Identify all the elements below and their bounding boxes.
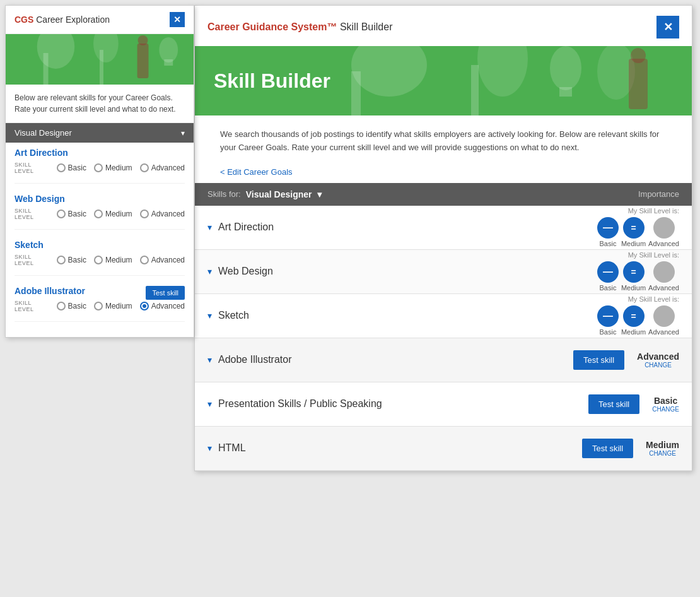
radio-circle-medium-web[interactable] [94,210,103,218]
radio-basic-adobe[interactable]: Basic [57,302,86,310]
left-skills-list: Art Direction SKILL LEVEL Basic Medium A… [6,143,194,337]
chevron-html-icon[interactable]: ▾ [207,443,212,453]
basic-circle-1[interactable]: — [597,217,619,239]
minus-icon-3: — [603,311,613,321]
radio-medium-adobe[interactable]: Medium [94,302,132,310]
level-btn-basic-3[interactable]: — Basic [597,305,619,336]
html-change-link[interactable]: CHANGE [649,450,676,457]
radio-advanced-art[interactable]: Advanced [140,163,185,172]
radio-basic-sketch[interactable]: Basic [57,256,86,264]
skills-for-select[interactable]: Visual Designer ▾ [246,189,322,199]
left-skill-name-sketch: Sketch [15,240,185,250]
radio-advanced-adobe[interactable]: Advanced [140,302,185,310]
svg-point-15 [138,35,148,45]
advanced-circle-2[interactable] [653,261,675,283]
radio-basic-label-art: Basic [68,163,86,172]
svg-rect-5 [629,59,648,109]
skill-level-label-sketch: SKILL LEVEL [15,254,50,266]
test-skill-adobe-button[interactable]: Test skill [573,350,624,370]
radio-basic-web[interactable]: Basic [57,210,86,218]
radio-advanced-sketch[interactable]: Advanced [140,256,185,264]
test-skill-html-button[interactable]: Test skill [582,439,633,458]
level-btn-advanced-3[interactable]: Advanced [648,305,679,336]
adobe-change-link[interactable]: CHANGE [645,362,672,369]
test-skill-presentation-button[interactable]: Test skill [588,394,639,414]
left-skill-level-row-sketch: SKILL LEVEL Basic Medium Advanced [15,254,185,266]
skill-row-sketch: ▾ Sketch My Skill Level is: — Basic = Me… [195,294,692,338]
close-left-button[interactable]: ✕ [170,12,185,27]
radio-basic-label-sketch: Basic [68,256,86,264]
basic-circle-2[interactable]: — [597,261,619,283]
radio-circle-advanced-web[interactable] [140,210,149,218]
skills-for-value: Visual Designer [246,189,312,199]
left-skill-adobe: Adobe Illustrator Test skill SKILL LEVEL… [15,286,185,322]
chevron-web-design-icon[interactable]: ▾ [207,266,212,276]
level-btn-medium-2[interactable]: = Medium [621,261,646,292]
chevron-sketch-icon[interactable]: ▾ [207,310,212,321]
svg-point-16 [159,37,178,62]
skill-builder-label: Skill Builder [340,21,393,32]
radio-medium-label-art: Medium [105,163,132,172]
radio-medium-sketch[interactable]: Medium [94,256,132,264]
main-header: Career Guidance System™ Skill Builder ✕ [195,6,692,46]
radio-advanced-web[interactable]: Advanced [140,210,185,218]
radio-circle-basic-web[interactable] [57,210,66,218]
radio-circle-advanced-adobe[interactable] [140,302,149,310]
radio-medium-web[interactable]: Medium [94,210,132,218]
html-level-value: Medium [646,440,679,450]
visual-designer-bar[interactable]: Visual Designer ▾ [6,123,194,143]
left-skill-level-row-adobe: SKILL LEVEL Basic Medium Advanced [15,300,185,312]
skill-level-presentation-display: Basic CHANGE [652,396,679,413]
radio-circle-medium-art[interactable] [94,163,103,172]
radio-basic-art[interactable]: Basic [57,163,86,172]
left-panel: CGS Career Exploration ✕ Below are relev… [5,5,194,338]
advanced-circle-3[interactable] [653,305,675,327]
medium-circle-3[interactable]: = [623,305,645,327]
skill-row-adobe-illustrator: ▾ Adobe Illustrator Test skill Advanced … [195,338,692,382]
svg-point-7 [550,46,581,90]
basic-circle-3[interactable]: — [597,305,619,327]
radio-medium-art[interactable]: Medium [94,163,132,172]
skill-name-sketch: Sketch [218,310,597,321]
edit-career-link[interactable]: < Edit Career Goals [195,167,692,183]
skill-name-presentation: Presentation Skills / Public Speaking [218,398,588,410]
level-buttons-sketch: — Basic = Medium Advanced [597,305,679,336]
chevron-adobe-icon[interactable]: ▾ [207,355,212,365]
level-buttons-art-direction: — Basic = Medium Advanced [597,217,679,247]
level-btn-basic-1[interactable]: — Basic [597,217,619,247]
level-btn-medium-1[interactable]: = Medium [621,217,646,247]
skill-level-label-adobe: SKILL LEVEL [15,300,50,312]
edit-career-anchor[interactable]: < Edit Career Goals [220,167,293,177]
radio-group-web: Basic Medium Advanced [57,210,185,218]
radio-circle-medium-adobe[interactable] [94,302,103,310]
radio-circle-advanced-sketch[interactable] [140,256,149,264]
level-btn-advanced-2[interactable]: Advanced [648,261,679,292]
presentation-change-link[interactable]: CHANGE [652,406,679,413]
radio-circle-basic-art[interactable] [57,163,66,172]
level-btn-medium-3[interactable]: = Medium [621,305,646,336]
left-cgs-label: CGS [15,15,33,25]
left-skill-name-web-design: Web Design [15,194,185,204]
basic-label-2: Basic [599,284,616,292]
close-main-button[interactable]: ✕ [656,16,679,38]
medium-circle-1[interactable]: = [623,217,645,239]
skill-name-art-direction: Art Direction [218,222,597,233]
skill-row-presentation: ▾ Presentation Skills / Public Speaking … [195,382,692,427]
radio-circle-medium-sketch[interactable] [94,256,103,264]
medium-label-1: Medium [621,240,646,247]
advanced-circle-1[interactable] [653,217,675,239]
banner-title: Skill Builder [214,69,330,93]
left-panel-title: CGS Career Exploration [15,15,110,25]
radio-circle-basic-adobe[interactable] [57,302,66,310]
radio-circle-advanced-art[interactable] [140,163,149,172]
svg-point-0 [351,46,427,97]
level-btn-advanced-1[interactable]: Advanced [648,217,679,247]
chevron-presentation-icon[interactable]: ▾ [207,399,212,409]
chevron-art-direction-icon[interactable]: ▾ [207,222,212,232]
level-btn-basic-2[interactable]: — Basic [597,261,619,292]
svg-point-6 [631,48,646,63]
radio-circle-basic-sketch[interactable] [57,256,66,264]
skill-name-adobe: Adobe Illustrator [218,354,573,365]
medium-circle-2[interactable]: = [623,261,645,283]
left-test-skill-adobe-button[interactable]: Test skill [146,286,185,300]
